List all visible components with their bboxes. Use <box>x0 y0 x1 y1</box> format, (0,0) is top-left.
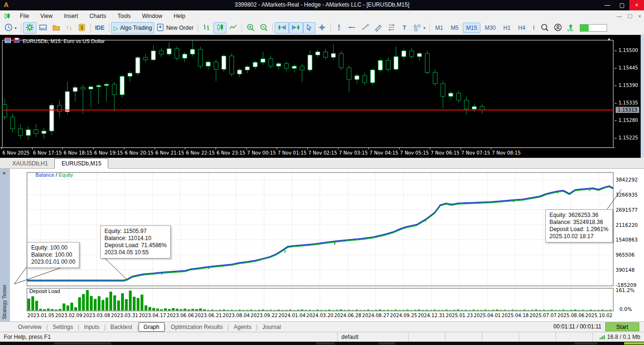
one-click-trading-icon[interactable] <box>5 38 11 44</box>
shift-end-button[interactable] <box>275 22 289 34</box>
timeframe-m5[interactable]: M5 <box>447 23 462 33</box>
account-button[interactable] <box>551 22 565 34</box>
price-axis[interactable]: 1.155001.154451.153901.153351.152801.152… <box>615 35 640 158</box>
legend-equity[interactable]: Equity <box>59 172 73 178</box>
tooltip-line: Equity: 100.00 <box>31 244 75 251</box>
tester-graph[interactable] <box>0 169 644 321</box>
mdi-close-button[interactable]: × <box>638 13 641 19</box>
tooltip-line: 2023.04.05 10:55 <box>104 249 166 256</box>
mdi-minimize-button[interactable]: — <box>617 13 622 19</box>
tester-tab-agents[interactable]: Agents <box>229 323 256 331</box>
candlestick-chart-button[interactable] <box>213 22 226 34</box>
price-tick <box>615 68 617 69</box>
timeframe-h1[interactable]: H1 <box>500 23 513 33</box>
channel-button[interactable] <box>372 22 385 34</box>
timeframe-h4[interactable]: H4 <box>515 23 529 33</box>
timeframe-m1[interactable]: M1 <box>432 23 446 33</box>
menubar: FileViewInsertChartsToolsWindowHelp — ▢ … <box>0 10 644 21</box>
legend-balance[interactable]: Balance <box>35 172 54 178</box>
menu-item-help[interactable]: Help <box>168 11 191 21</box>
tester-tab-settings[interactable]: Settings <box>48 323 78 331</box>
menu-item-charts[interactable]: Charts <box>84 11 112 21</box>
time-tick-label: 6 Nov 19:15 <box>94 150 123 155</box>
tester-close-icon[interactable]: × <box>2 170 6 177</box>
tester-tab-journal[interactable]: Journal <box>258 323 286 331</box>
chart-tab-xauusdb-h1[interactable]: XAUUSDb,H1 <box>6 159 54 168</box>
timeframe-m30[interactable]: M30 <box>481 23 499 33</box>
close-button[interactable]: × <box>629 0 644 10</box>
time-tick <box>246 148 247 149</box>
tooltip-line: Deposit Load: 1.2961% <box>549 226 609 233</box>
price-tick <box>615 138 617 138</box>
mdi-restore-button[interactable]: ▢ <box>627 13 632 19</box>
tester-tab-overview[interactable]: Overview <box>13 323 46 331</box>
finance-button[interactable]: $ <box>75 22 88 34</box>
chart-right-scrollbar[interactable] <box>641 35 644 158</box>
restore-button[interactable]: ▢ <box>615 0 629 10</box>
algo-trading-button[interactable]: ▷ Algo Trading <box>111 22 154 34</box>
status-connection[interactable]: 16.8 / 0.1 Mb <box>593 332 644 342</box>
time-tick-label: 6 Nov 20:15 <box>125 150 154 155</box>
tester-tab-optimization-results[interactable]: Optimization Results <box>166 323 227 331</box>
depth-of-market-button[interactable]: ↑↓ <box>63 22 75 34</box>
time-tick-label: 6 Nov 2025 <box>2 150 30 155</box>
zoom-in-button[interactable] <box>244 22 257 34</box>
auto-scroll-button[interactable] <box>289 22 303 34</box>
status-profile[interactable]: default <box>338 332 409 342</box>
trendline-button[interactable] <box>358 22 372 34</box>
minimize-button[interactable]: — <box>600 0 615 10</box>
line-chart-button[interactable] <box>226 22 240 34</box>
date-axis-label: 2023.03.31 <box>110 313 140 318</box>
time-axis[interactable]: 6 Nov 20256 Nov 17:156 Nov 18:156 Nov 19… <box>0 147 615 158</box>
save-chart-icon[interactable] <box>14 38 20 44</box>
menu-item-insert[interactable]: Insert <box>58 11 84 21</box>
date-axis-label: 2025.07.07 <box>528 313 558 318</box>
date-axis-label: 2023.01.05 <box>26 313 56 318</box>
tester-tab-backtest[interactable]: Backtest <box>105 323 137 331</box>
graph-tooltip-1: Equity: 11505.97Balance: 11014.10Deposit… <box>100 225 171 259</box>
new-order-button[interactable]: New Order <box>154 22 196 34</box>
text-tool-button[interactable]: T <box>398 22 410 34</box>
toolbar: ▾ ↑↓ $ IDE ▷ Algo Trading New Order <box>0 21 644 35</box>
crosshair-button[interactable] <box>315 22 329 34</box>
timeframe-m15[interactable]: M15 <box>463 23 480 33</box>
menu-item-tools[interactable]: Tools <box>112 11 137 21</box>
chart-scroll-arrow-icon[interactable]: ▲ <box>607 37 611 41</box>
status-empty-cell <box>445 332 482 342</box>
time-tick-label: 6 Nov 18:15 <box>63 150 92 155</box>
time-tick <box>307 148 308 149</box>
menu-item-file[interactable]: File <box>14 11 35 21</box>
menu-item-view[interactable]: View <box>35 11 58 21</box>
level-up-button[interactable]: LVL <box>565 22 577 34</box>
fibonacci-button[interactable] <box>385 22 398 34</box>
start-button[interactable]: Start <box>605 322 639 331</box>
strategy-tester-button[interactable] <box>23 22 36 34</box>
time-tick-label: 7 Nov 02:15 <box>308 150 337 155</box>
chart-header: EURUSDb, M15: Euro vs US Dollar <box>5 38 105 44</box>
date-axis-label: 2025.01.23 <box>444 313 475 318</box>
timeframe-i[interactable]: I <box>530 23 538 33</box>
horizontal-line-button[interactable] <box>345 22 358 34</box>
time-tick <box>155 148 155 149</box>
history-clock-button[interactable]: ▾ <box>2 22 19 34</box>
ide-button[interactable]: IDE <box>93 22 107 34</box>
chart-tab-eurusdb-m15[interactable]: EURUSDb,M15 <box>54 158 108 169</box>
tester-tab-inputs[interactable]: Inputs <box>79 323 104 331</box>
candlestick-plot[interactable] <box>0 35 615 147</box>
cursor-button[interactable] <box>303 22 315 34</box>
vertical-line-button[interactable] <box>333 22 345 34</box>
bar-chart-button[interactable] <box>200 22 213 34</box>
chart-window-icon <box>4 13 10 19</box>
price-tick-label: 1.15390 <box>618 83 638 88</box>
tester-tab-graph[interactable]: Graph <box>139 322 165 332</box>
data-folder-button[interactable] <box>50 22 63 34</box>
shapes-button[interactable]: ▾ <box>410 22 427 34</box>
toolbox-button[interactable] <box>36 22 50 34</box>
zoom-out-button[interactable] <box>257 22 270 34</box>
window-titlebar: A 3399802 - AMarkets-Real - Hedge - AMar… <box>0 0 644 10</box>
search-button[interactable] <box>538 22 551 34</box>
horizontal-line-icon <box>348 24 356 32</box>
status-empty-cell <box>482 332 519 342</box>
price-chart-area[interactable]: EURUSDb, M15: Euro vs US Dollar ▲ 1.1550… <box>0 35 644 158</box>
menu-item-window[interactable]: Window <box>137 11 168 21</box>
